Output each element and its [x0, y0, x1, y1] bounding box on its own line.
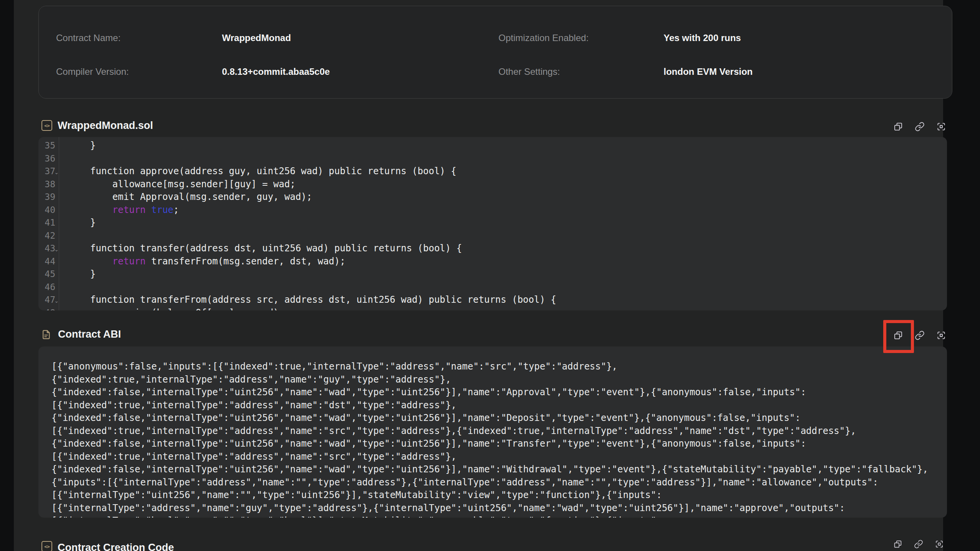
- optimization-row: Optimization Enabled:: [498, 32, 589, 44]
- abi-text: [{"anonymous":false,"inputs":[{"indexed"…: [51, 360, 943, 518]
- code-line: 37 ⌄ function approve(address guy, uint2…: [38, 165, 947, 178]
- code-file-icon: <>: [41, 541, 52, 551]
- abi-line: [{"indexed":true,"internalType":"address…: [51, 450, 943, 464]
- code-line: 42 ⌄: [38, 229, 947, 243]
- code-text: }: [68, 268, 96, 281]
- content-column: Contract Name: WrappedMonad Compiler Ver…: [14, 0, 943, 551]
- code-line: 38 ⌄ allowance[msg.sender][guy] = wad;: [38, 178, 947, 191]
- code-text: function transfer(address dst, uint256 w…: [68, 242, 462, 255]
- code-line: 40 ⌄ return true;: [38, 204, 947, 217]
- code-text: allowance[msg.sender][guy] = wad;: [68, 178, 295, 191]
- contract-info-card: Contract Name: WrappedMonad Compiler Ver…: [38, 6, 952, 99]
- code-text: return transferFrom(msg.sender, dst, wad…: [68, 255, 345, 268]
- fullscreen-icon: [936, 330, 946, 340]
- line-number: 41: [38, 216, 55, 229]
- compiler-version-value: 0.8.13+commit.abaa5c0e: [222, 66, 330, 78]
- abi-line: [{"internalType":"uint256","name":"","ty…: [51, 489, 943, 502]
- permalink-icon: [915, 122, 925, 132]
- code-text: return true;: [68, 204, 179, 217]
- permalink-abi-button[interactable]: [915, 330, 925, 340]
- contract-name-value: WrappedMonad: [222, 32, 291, 44]
- code-line: 41 ⌄ }: [38, 216, 947, 229]
- abi-line: {"indexed":false,"internalType":"uint256…: [51, 412, 943, 425]
- abi-line: {"inputs":[{"internalType":"address","na…: [51, 476, 943, 489]
- abi-line: {"indexed":false,"internalType":"uint256…: [51, 463, 943, 476]
- line-number: 38: [38, 178, 55, 191]
- line-number: 42: [38, 229, 55, 243]
- line-number: 35: [38, 139, 55, 152]
- line-number: 45: [38, 268, 55, 281]
- code-text: function approve(address guy, uint256 wa…: [68, 165, 456, 178]
- permalink-source-button[interactable]: [915, 122, 925, 132]
- code-line: 48 ⌄ require(balanceOf[src] >= wad);: [38, 307, 947, 311]
- code-line: 45 ⌄ }: [38, 268, 947, 281]
- compiler-version-row: Compiler Version:: [56, 66, 129, 78]
- line-number: 44: [38, 255, 55, 268]
- code-text: require(balanceOf[src] >= wad);: [68, 307, 285, 311]
- fullscreen-source-button[interactable]: [936, 122, 946, 132]
- permalink-icon: [914, 539, 923, 549]
- other-settings-value: london EVM Version: [664, 66, 753, 78]
- fullscreen-abi-button[interactable]: [936, 330, 946, 340]
- permalink-creation-button[interactable]: [914, 539, 924, 549]
- fullscreen-icon: [935, 539, 944, 549]
- optimization-value: Yes with 200 runs: [664, 32, 741, 44]
- code-line: 43 ⌄ function transfer(address dst, uint…: [38, 242, 947, 255]
- line-number: 46: [38, 281, 55, 294]
- code-line: 39 ⌄ emit Approval(msg.sender, guy, wad)…: [38, 191, 947, 204]
- line-number: 39: [38, 191, 55, 204]
- copy-icon: [893, 539, 902, 549]
- abi-line: [{"indexed":true,"internalType":"address…: [51, 425, 943, 438]
- code-line: 36 ⌄: [38, 152, 947, 165]
- code-lines: 35 ⌄ } 36 ⌄ 37 ⌄ function approve(addres…: [38, 139, 947, 310]
- optimization-label: Optimization Enabled:: [498, 33, 589, 43]
- code-line: 35 ⌄ }: [38, 139, 947, 152]
- line-number: 37: [38, 165, 55, 178]
- creation-code-title: Contract Creation Code: [58, 542, 174, 551]
- abi-line: [{"internalType":"address","name":"guy",…: [51, 502, 943, 515]
- line-number: 36: [38, 152, 55, 165]
- annotation-highlight-box: [883, 320, 914, 353]
- abi-line: [{"anonymous":false,"inputs":[{"indexed"…: [51, 360, 943, 373]
- fullscreen-icon: [936, 122, 946, 132]
- other-settings-row: Other Settings:: [498, 66, 560, 78]
- abi-title: Contract ABI: [58, 328, 121, 340]
- code-text: }: [68, 139, 96, 152]
- line-number: 48: [38, 307, 55, 311]
- fold-chevron-icon[interactable]: ⌄: [54, 295, 59, 308]
- code-text: emit Approval(msg.sender, guy, wad);: [68, 191, 312, 204]
- abi-line: {"indexed":false,"internalType":"uint256…: [51, 437, 943, 450]
- line-number: 43: [38, 242, 55, 255]
- code-file-icon: <>: [41, 120, 52, 131]
- code-text: }: [68, 216, 96, 229]
- abi-line: {"indexed":true,"internalType":"address"…: [51, 373, 943, 386]
- code-text: function transferFrom(address src, addre…: [68, 294, 556, 307]
- copy-creation-button[interactable]: [893, 539, 903, 549]
- abi-line: [{"indexed":true,"internalType":"address…: [51, 399, 943, 412]
- abi-line: {"indexed":false,"internalType":"uint256…: [51, 386, 943, 399]
- fold-chevron-icon[interactable]: ⌄: [54, 166, 59, 179]
- code-line: 46 ⌄: [38, 281, 947, 294]
- code-line: 44 ⌄ return transferFrom(msg.sender, dst…: [38, 255, 947, 268]
- code-line: 47 ⌄ function transferFrom(address src, …: [38, 294, 947, 307]
- contract-verification-page: Contract Name: WrappedMonad Compiler Ver…: [0, 0, 980, 551]
- copy-icon: [893, 122, 903, 132]
- contract-name-label: Contract Name:: [56, 33, 121, 43]
- line-number: 47: [38, 294, 55, 307]
- fold-chevron-icon[interactable]: ⌄: [54, 243, 59, 256]
- contract-abi-box[interactable]: [{"anonymous":false,"inputs":[{"indexed"…: [38, 346, 947, 518]
- source-file-title: WrappedMonad.sol: [58, 120, 153, 132]
- fullscreen-creation-button[interactable]: [935, 539, 945, 549]
- permalink-icon: [915, 330, 925, 340]
- abi-line: [{"internalType":"bool","name":"","type"…: [51, 515, 943, 518]
- source-code-viewer[interactable]: 35 ⌄ } 36 ⌄ 37 ⌄ function approve(addres…: [38, 137, 947, 310]
- compiler-version-label: Compiler Version:: [56, 66, 129, 77]
- contract-name-row: Contract Name:: [56, 32, 121, 44]
- document-icon: [41, 328, 52, 343]
- line-number: 40: [38, 204, 55, 217]
- other-settings-label: Other Settings:: [498, 66, 560, 77]
- copy-source-button[interactable]: [893, 122, 903, 132]
